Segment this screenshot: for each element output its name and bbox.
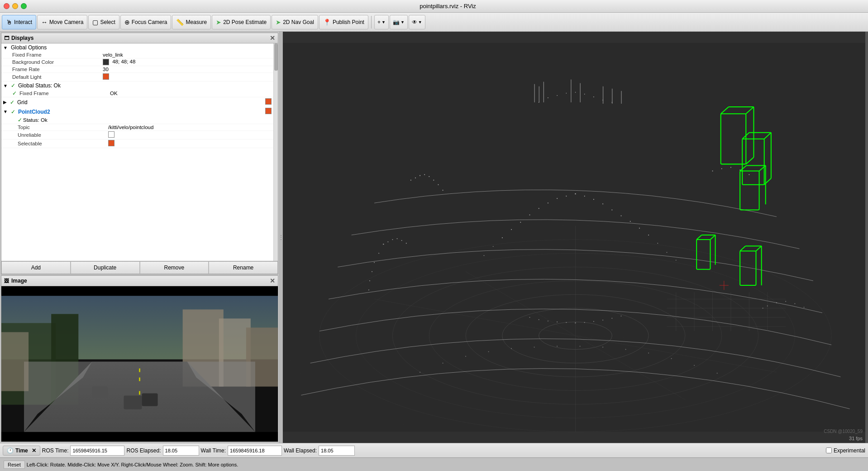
add-button[interactable]: Add <box>1 261 71 274</box>
bg-color-value[interactable]: 48; 48; 48 <box>103 59 272 65</box>
select-icon: ▢ <box>92 19 98 26</box>
displays-header: 🗔 Displays ✕ <box>1 33 278 43</box>
global-status-label: Global Status: Ok <box>18 82 61 89</box>
pointcloud2-status-label: Status: Ok <box>23 117 48 123</box>
global-options-header[interactable]: ▼ Global Options <box>1 43 273 52</box>
viewport-right-handle[interactable] <box>865 32 868 443</box>
focus-camera-button[interactable]: ⊕ Focus Camera <box>120 15 172 29</box>
grid-label: Grid <box>17 99 28 106</box>
pointcloud2-header[interactable]: ▼ ✓ PointCloud2 <box>1 107 273 116</box>
svg-point-132 <box>387 241 388 242</box>
window-controls <box>4 3 27 9</box>
svg-point-139 <box>372 271 372 272</box>
svg-point-65 <box>676 260 677 261</box>
svg-point-48 <box>566 196 567 197</box>
displays-close-button[interactable]: ✕ <box>270 34 275 42</box>
svg-point-55 <box>630 221 631 222</box>
wall-elapsed-label: Wall Elapsed: <box>284 447 317 454</box>
grid-header[interactable]: ▶ ✓ Grid <box>1 97 273 107</box>
svg-point-136 <box>406 243 407 244</box>
resize-handle[interactable] <box>279 32 283 443</box>
select-button[interactable]: ▢ Select <box>88 15 119 29</box>
global-status-header[interactable]: ▼ ✓ Global Status: Ok <box>1 82 273 90</box>
default-light-value[interactable] <box>103 73 272 81</box>
remove-button[interactable]: Remove <box>140 261 209 274</box>
view-dropdown[interactable]: 👁 ▼ <box>409 15 425 29</box>
svg-point-152 <box>511 348 512 349</box>
publish-point-button[interactable]: 📍 Publish Point <box>319 15 368 29</box>
grid-arrow: ▶ <box>3 100 7 105</box>
pointcloud2-topic-prop: Topic /kitti/velo/pointcloud <box>1 124 273 131</box>
svg-point-56 <box>639 228 640 229</box>
wall-elapsed-input[interactable] <box>319 446 355 456</box>
bg-color-swatch <box>103 59 109 65</box>
svg-point-70 <box>420 175 420 176</box>
svg-point-30 <box>557 95 558 96</box>
measure-button[interactable]: 📏 Measure <box>172 15 211 29</box>
3d-viewport[interactable]: CSDN @10020_59 31 fps <box>283 32 868 443</box>
svg-point-32 <box>575 92 576 93</box>
pointcloud2-selectable-prop: Selectable <box>1 139 273 148</box>
interact-icon: 🖱 <box>6 19 12 26</box>
displays-scrollbar[interactable] <box>273 43 278 261</box>
plus-dropdown[interactable]: + ▼ <box>374 15 389 29</box>
svg-point-142 <box>763 308 763 309</box>
close-button[interactable] <box>4 3 10 9</box>
interact-button[interactable]: 🖱 Interact <box>2 15 36 29</box>
svg-point-135 <box>401 240 402 241</box>
svg-point-158 <box>648 353 649 354</box>
svg-point-33 <box>584 94 585 95</box>
svg-point-52 <box>602 203 603 204</box>
svg-point-131 <box>383 244 384 245</box>
global-status-arrow: ▼ <box>3 83 8 88</box>
unreliable-label: Unreliable <box>18 132 108 138</box>
move-camera-label: Move Camera <box>49 19 83 25</box>
pointcloud-view <box>283 32 868 443</box>
displays-scrollbar-thumb[interactable] <box>274 43 278 71</box>
wall-time-input[interactable] <box>228 446 282 456</box>
selectable-checkbox[interactable] <box>108 140 114 146</box>
unreliable-checkbox[interactable] <box>108 131 114 138</box>
duplicate-button[interactable]: Duplicate <box>71 261 140 274</box>
pointcloud2-checkbox[interactable] <box>265 108 272 114</box>
image-close-button[interactable]: ✕ <box>270 277 275 284</box>
pointcloud2-arrow: ▼ <box>3 109 8 114</box>
topic-value[interactable]: /kitti/velo/pointcloud <box>108 125 272 130</box>
pose-estimate-button[interactable]: ➤ 2D Pose Estimate <box>212 15 271 29</box>
grid-checkbox[interactable] <box>265 98 272 105</box>
svg-point-67 <box>484 255 485 256</box>
svg-point-160 <box>694 365 695 366</box>
pointcloud2-status-prop: ✓ Status: Ok <box>1 116 273 124</box>
time-section-header[interactable]: 🕐 Time ✕ <box>3 446 40 456</box>
pose-estimate-icon: ➤ <box>216 19 221 26</box>
svg-point-148 <box>420 372 420 373</box>
minimize-button[interactable] <box>12 3 18 9</box>
time-close-btn[interactable]: ✕ <box>32 447 36 454</box>
focus-camera-label: Focus Camera <box>132 19 167 25</box>
camera-dropdown[interactable]: 📷 ▼ <box>390 15 408 29</box>
unreliable-value[interactable] <box>108 131 272 139</box>
svg-point-76 <box>712 171 713 172</box>
camera-view <box>1 286 278 442</box>
camera-icon: 📷 <box>393 19 400 25</box>
selectable-value[interactable] <box>108 140 272 147</box>
experimental-checkbox[interactable] <box>826 447 832 453</box>
svg-rect-15 <box>1 332 29 391</box>
svg-point-155 <box>580 346 581 346</box>
fixed-frame-prop: Fixed Frame velo_link <box>1 52 273 58</box>
nav-goal-button[interactable]: ➤ 2D Nav Goal <box>272 15 318 29</box>
default-light-checkbox[interactable] <box>103 73 109 80</box>
ros-time-input[interactable] <box>70 446 124 456</box>
move-camera-button[interactable]: ↔ Move Camera <box>37 15 87 29</box>
fixed-frame-value[interactable]: velo_link <box>103 52 272 58</box>
maximize-button[interactable] <box>21 3 27 9</box>
rename-button[interactable]: Rename <box>209 261 278 274</box>
svg-point-161 <box>717 373 718 374</box>
svg-point-159 <box>671 358 672 359</box>
ros-elapsed-input[interactable] <box>163 446 199 456</box>
svg-point-71 <box>424 174 425 175</box>
svg-rect-11 <box>92 387 108 398</box>
frame-rate-value[interactable]: 30 <box>103 67 272 72</box>
reset-button[interactable]: Reset <box>4 461 25 469</box>
global-options-arrow: ▼ <box>3 45 8 50</box>
